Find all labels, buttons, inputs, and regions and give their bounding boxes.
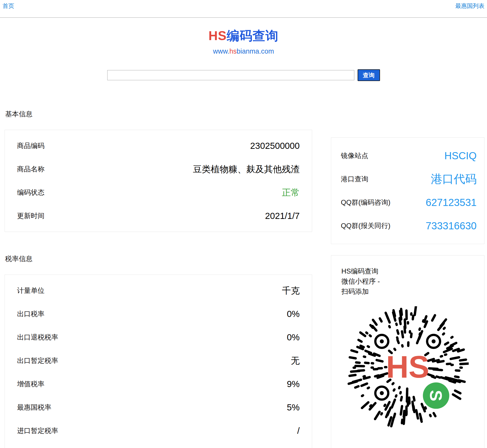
row-label: 出口退税税率 — [17, 333, 58, 342]
status-badge: 正常 — [282, 187, 300, 199]
logo-hs: HS — [208, 29, 226, 43]
miniprogram-panel: HS编码查询 微信小程序 - 扫码添加 HS — [331, 255, 484, 448]
search-input[interactable] — [107, 70, 354, 80]
row-label: 商品编码 — [17, 141, 44, 150]
basic-info-heading: 基本信息 — [5, 109, 312, 119]
url-www: www. — [213, 47, 230, 55]
row-label: 最惠国税率 — [17, 403, 51, 412]
row-value: 无 — [291, 355, 300, 367]
row-label: 出口暂定税率 — [17, 356, 58, 365]
url-rest: bianma.com — [237, 47, 274, 55]
top-nav: 首页 最惠国列表 — [0, 0, 487, 18]
wechat-miniprogram-icon: S — [423, 382, 449, 409]
qr-caption-line: 扫码添加 — [341, 286, 474, 297]
url-hs: hs — [229, 47, 237, 55]
wechat-miniprogram-qr-code: HS S — [347, 306, 469, 428]
table-row: 商品名称 豆类植物糠、麸及其他残渣 — [5, 157, 312, 181]
table-row: 最惠国税率 5% — [5, 396, 312, 419]
row-label: 增值税率 — [17, 379, 44, 389]
qr-center-text: HS — [386, 349, 429, 384]
tax-info-box: 计量单位 千克 出口税率 0% 出口退税税率 0% 出口暂定税率 无 增值税率 … — [5, 275, 312, 448]
row-value: 5% — [287, 402, 300, 412]
miniprogram-s-glyph: S — [427, 390, 445, 401]
row-label: 出口税率 — [17, 309, 44, 318]
tax-info-heading: 税率信息 — [5, 254, 312, 263]
row-value: / — [297, 426, 300, 436]
row-label: 港口查询 — [341, 174, 368, 184]
qr-eye-top-left — [375, 335, 388, 348]
table-row: 镜像站点 HSCIQ — [341, 144, 477, 167]
site-logo: HS编码查询 — [0, 27, 487, 44]
table-row: QQ群(编码咨询) 627123531 — [341, 191, 477, 214]
right-column: 镜像站点 HSCIQ 港口查询 港口代码 QQ群(编码咨询) 627123531… — [331, 109, 484, 448]
row-label: 商品名称 — [17, 165, 44, 174]
row-label: QQ群(编码咨询) — [341, 198, 390, 207]
port-code-link[interactable]: 港口代码 — [431, 171, 477, 187]
row-value: 千克 — [282, 285, 300, 297]
update-date-value: 2021/1/7 — [265, 211, 300, 221]
qr-eye-top-right — [427, 335, 440, 348]
row-label: 更新时间 — [17, 211, 44, 220]
row-value: 9% — [287, 379, 300, 389]
table-row: 商品编码 2302500000 — [5, 134, 312, 157]
search-button[interactable]: 查询 — [358, 69, 380, 81]
main-content: 基本信息 商品编码 2302500000 商品名称 豆类植物糠、麸及其他残渣 编… — [0, 109, 487, 448]
basic-info-box: 商品编码 2302500000 商品名称 豆类植物糠、麸及其他残渣 编码状态 正… — [5, 130, 312, 232]
home-link[interactable]: 首页 — [3, 2, 14, 10]
row-value: 0% — [287, 332, 300, 342]
qq-group-customs-number: 733316630 — [426, 220, 477, 232]
table-row: 编码状态 正常 — [5, 181, 312, 204]
table-row: 增值税率 9% — [5, 372, 312, 396]
qr-eye-bottom-left — [375, 387, 388, 399]
table-row: 出口退税税率 0% — [5, 326, 312, 349]
site-header: HS编码查询 www.hsbianma.com — [0, 27, 487, 55]
qr-caption-line: 微信小程序 - — [341, 276, 474, 286]
product-name-value: 豆类植物糠、麸及其他残渣 — [193, 163, 300, 175]
search-bar: 查询 — [0, 69, 487, 81]
table-row: 出口税率 0% — [5, 302, 312, 326]
qr-caption-line: HS编码查询 — [341, 266, 474, 276]
site-url: www.hsbianma.com — [0, 47, 487, 55]
left-column: 基本信息 商品编码 2302500000 商品名称 豆类植物糠、麸及其他残渣 编… — [5, 109, 312, 448]
table-row: 港口查询 港口代码 — [341, 167, 477, 191]
mfn-list-link[interactable]: 最惠国列表 — [455, 2, 484, 10]
logo-rest: 编码查询 — [227, 29, 279, 43]
table-row: 计量单位 千克 — [5, 279, 312, 302]
row-value: 0% — [287, 309, 300, 319]
row-label: 编码状态 — [17, 188, 44, 197]
table-row: 进口暂定税率 / — [5, 419, 312, 442]
row-label: 进口暂定税率 — [17, 426, 58, 435]
hs-code-value: 2302500000 — [250, 141, 300, 151]
table-row: 更新时间 2021/1/7 — [5, 204, 312, 228]
mirror-site-link[interactable]: HSCIQ — [444, 150, 477, 162]
row-label: 镜像站点 — [341, 151, 368, 160]
table-row: 进口普通税率 30% — [5, 442, 312, 448]
mirror-links-panel: 镜像站点 HSCIQ 港口查询 港口代码 QQ群(编码咨询) 627123531… — [331, 137, 484, 244]
qq-group-code-number: 627123531 — [426, 197, 477, 208]
row-label: 计量单位 — [17, 286, 44, 295]
table-row: 出口暂定税率 无 — [5, 349, 312, 372]
table-row: QQ群(报关同行) 733316630 — [341, 214, 477, 237]
row-label: QQ群(报关同行) — [341, 221, 390, 230]
